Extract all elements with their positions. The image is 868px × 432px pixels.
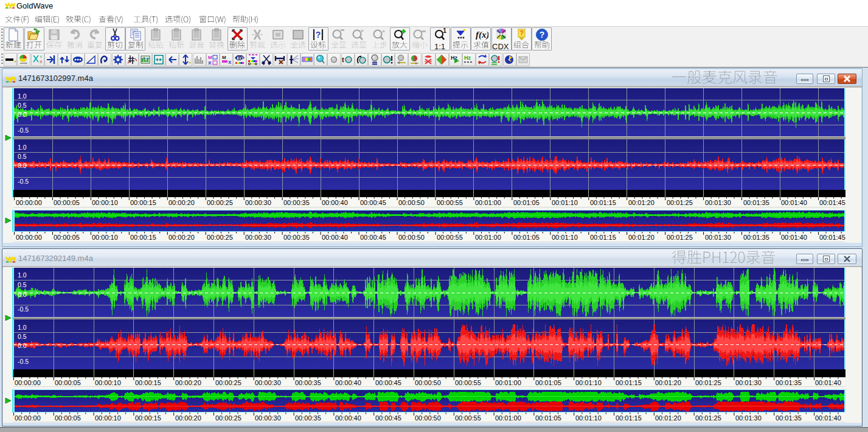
svg-text:EQ: EQ <box>237 55 243 61</box>
svg-text:X: X <box>40 60 43 64</box>
svg-text:t: t <box>342 56 344 63</box>
svg-text:?: ? <box>316 30 321 40</box>
svg-text:Hz: Hz <box>464 55 471 61</box>
svg-text:Y: Y <box>40 55 43 59</box>
svg-text:?: ? <box>519 29 524 37</box>
svg-text:X: X <box>228 60 232 65</box>
svg-text:f(x): f(x) <box>476 30 488 40</box>
svg-text:M: M <box>208 55 212 60</box>
svg-text:?: ? <box>539 30 544 40</box>
svg-text:M: M <box>222 55 226 60</box>
svg-text:1: 1 <box>443 27 446 34</box>
svg-text:X: X <box>208 60 212 66</box>
